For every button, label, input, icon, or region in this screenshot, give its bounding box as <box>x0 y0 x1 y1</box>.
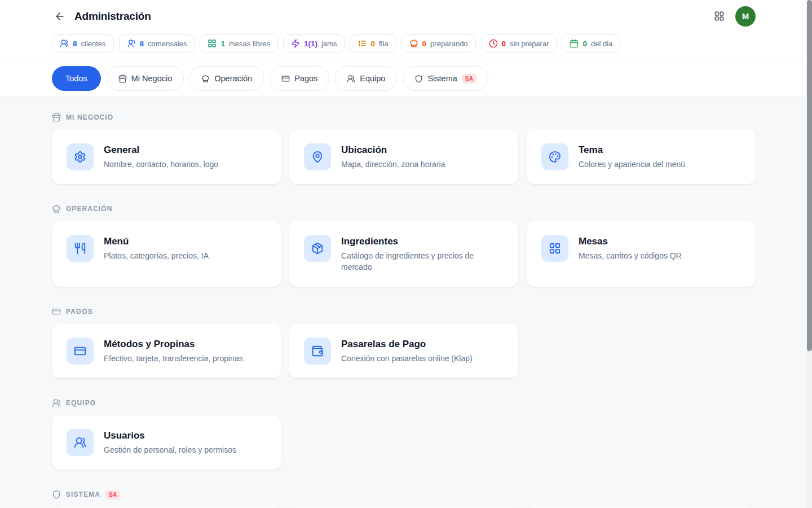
card-grid: Métodos y PropinasEfectivo, tarjeta, tra… <box>52 324 756 378</box>
wallet-icon <box>304 338 331 365</box>
stat-label: jams <box>321 40 337 48</box>
card-text: UbicaciónMapa, dirección, zona horaria <box>341 143 445 170</box>
stat-label: fila <box>379 40 389 48</box>
section-title: MI NEGOCIO <box>66 113 113 121</box>
calendar-icon <box>570 39 579 48</box>
card-grid: UsuariosGestión de personal, roles y per… <box>52 415 756 470</box>
chef-hat-icon <box>409 39 418 48</box>
tab-label: Pagos <box>294 74 317 83</box>
card-title: Menú <box>104 236 209 247</box>
card-tema[interactable]: TemaColores y apariencia del menú <box>527 130 756 184</box>
stat-pill-clientes[interactable]: 8clientes <box>52 34 114 52</box>
card-menu[interactable]: MenúPlatos, categorías, precios, IA <box>52 221 281 287</box>
shield-icon <box>52 490 61 499</box>
stat-pill-comensales[interactable]: 8comensales <box>119 34 195 52</box>
tab-operacion[interactable]: Operación <box>189 66 264 91</box>
stat-pill-mesas-libres[interactable]: 1mesas libres <box>200 34 277 52</box>
users-icon <box>52 398 61 408</box>
card-general[interactable]: GeneralNombre, contacto, horarios, logo <box>52 130 281 184</box>
section-equipo: EQUIPOUsuariosGestión de personal, roles… <box>52 398 756 470</box>
card-mesas[interactable]: MesasMesas, carritos y códigos QR <box>527 221 756 287</box>
palette-icon <box>541 143 568 170</box>
card-text: TemaColores y apariencia del menú <box>579 143 685 170</box>
section-header: OPERACIÓN <box>52 204 756 213</box>
settings-sections: MI NEGOCIOGeneralNombre, contacto, horar… <box>0 97 812 508</box>
card-title: Mesas <box>579 236 682 247</box>
tab-pagos[interactable]: Pagos <box>270 66 329 91</box>
section-header: SISTEMASA <box>52 490 756 500</box>
stat-pill-jams[interactable]: 1(1)jams <box>283 34 345 52</box>
tab-mi-negocio[interactable]: Mi Negocio <box>107 66 184 91</box>
stat-value: 8 <box>73 40 77 48</box>
page-header: Administración M 8clientes8comensales1me… <box>0 0 812 60</box>
card-title: Métodos y Propinas <box>104 339 243 350</box>
section-sistema: SISTEMASA <box>52 490 756 508</box>
stat-value: 1 <box>220 40 225 48</box>
card-title: Ingredientes <box>341 236 504 247</box>
tab-label: Operación <box>214 74 252 83</box>
chef-hat-icon <box>52 204 61 213</box>
stat-pill-fila[interactable]: 0fila <box>350 34 396 52</box>
section-header: MI NEGOCIO <box>52 113 756 122</box>
card-pasarelas-de-pago[interactable]: Pasarelas de PagoConexión con pasarelas … <box>289 324 518 378</box>
card-title: Pasarelas de Pago <box>341 339 473 350</box>
stat-value: 8 <box>140 40 144 48</box>
card-subtitle: Conexión con pasarelas online (Klap) <box>341 353 473 364</box>
chef-hat-icon <box>201 75 210 83</box>
stat-value: 0 <box>422 40 427 48</box>
section-title: SISTEMA <box>66 491 100 498</box>
list-ordered-icon <box>358 39 367 48</box>
stat-pill-del-dia[interactable]: 0del dia <box>562 34 620 52</box>
card-text: Pasarelas de PagoConexión con pasarelas … <box>341 338 473 364</box>
user-round-icon <box>127 39 136 48</box>
avatar[interactable]: M <box>735 6 756 27</box>
stats-row: 8clientes8comensales1mesas libres1(1)jam… <box>0 32 812 60</box>
stat-label: mesas libres <box>229 40 270 48</box>
card-text: IngredientesCatálogo de ingredientes y p… <box>341 235 504 273</box>
card-title: Usuarios <box>104 430 236 441</box>
tab-label: Equipo <box>360 74 385 83</box>
stat-value: 0 <box>502 40 506 48</box>
stat-value: 0 <box>582 40 587 48</box>
stat-label: del dia <box>591 40 612 48</box>
card-subtitle: Gestión de personal, roles y permisos <box>104 444 236 456</box>
card-subtitle: Colores y apariencia del menú <box>579 159 685 170</box>
card-subtitle: Mapa, dirección, zona horaria <box>341 159 445 170</box>
card-metodos-y-propinas[interactable]: Métodos y PropinasEfectivo, tarjeta, tra… <box>52 324 281 378</box>
stat-label: clientes <box>81 40 106 48</box>
stat-label: comensales <box>148 40 187 48</box>
card-usuarios[interactable]: UsuariosGestión de personal, roles y per… <box>52 415 281 470</box>
section-title: PAGOS <box>66 308 93 316</box>
card-text: UsuariosGestión de personal, roles y per… <box>104 429 236 456</box>
scrollbar-track[interactable] <box>806 0 812 508</box>
map-pin-icon <box>304 143 331 170</box>
stat-pill-preparando[interactable]: 0preparando <box>401 34 476 52</box>
tab-sistema[interactable]: SistemaSA <box>403 66 488 91</box>
credit-card-icon <box>281 75 290 83</box>
card-text: MenúPlatos, categorías, precios, IA <box>104 235 209 261</box>
grid-view-button[interactable] <box>712 9 726 24</box>
stat-pill-sin-preparar[interactable]: 0sin preparar <box>481 34 557 52</box>
tab-todos[interactable]: Todos <box>52 66 101 91</box>
card-title: Tema <box>579 144 685 156</box>
settings-icon <box>67 143 94 170</box>
scrollbar-thumb[interactable] <box>807 0 812 351</box>
card-subtitle: Platos, categorías, precios, IA <box>104 250 209 261</box>
card-ingredientes[interactable]: IngredientesCatálogo de ingredientes y p… <box>289 221 518 287</box>
tab-equipo[interactable]: Equipo <box>335 66 397 91</box>
arrow-left-icon <box>54 11 65 22</box>
page-title: Administración <box>74 10 151 23</box>
utensils-icon <box>67 235 94 262</box>
back-button[interactable] <box>52 8 68 24</box>
card-ubicacion[interactable]: UbicaciónMapa, dirección, zona horaria <box>289 130 518 184</box>
package-icon <box>304 235 331 262</box>
clock-icon <box>489 39 498 48</box>
section-operacion: OPERACIÓNMenúPlatos, categorías, precios… <box>52 204 756 287</box>
stat-value: 0 <box>370 40 375 48</box>
tab-label: Mi Negocio <box>131 74 173 83</box>
tab-label: Sistema <box>427 74 457 83</box>
section-mi-negocio: MI NEGOCIOGeneralNombre, contacto, horar… <box>52 113 756 184</box>
stat-value: 1(1) <box>304 40 317 48</box>
layout-grid-icon <box>208 39 217 48</box>
section-title: EQUIPO <box>66 399 96 407</box>
